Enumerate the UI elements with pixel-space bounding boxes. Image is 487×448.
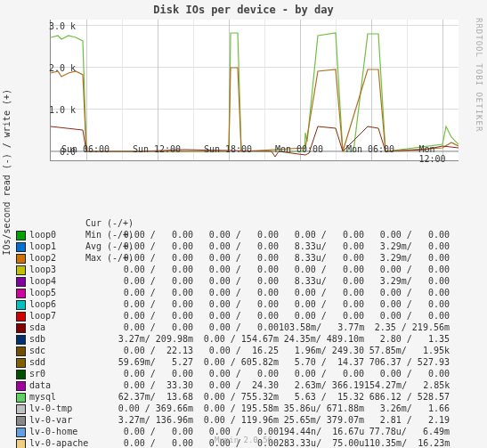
swatch-icon xyxy=(16,381,26,391)
series-name: loop4 xyxy=(29,275,108,287)
cur-val: 0.00 / 0.00 xyxy=(108,252,193,264)
min-val: 0.00 / 0.00 xyxy=(193,252,279,264)
series-name: sdb xyxy=(29,333,108,345)
legend-row: lv-0-tmp0.00 / 369.66m0.00 / 195.58m35.8… xyxy=(16,403,450,414)
max-val: 2.35 / 219.56m xyxy=(364,322,450,333)
xtick: Sun 12:00 xyxy=(133,144,181,154)
series-name: loop1 xyxy=(29,240,108,252)
cur-val: 3.27m/ 209.98m xyxy=(108,333,193,345)
swatch-icon xyxy=(16,416,26,426)
min-val: 0.00 / 0.00 xyxy=(193,310,279,322)
avg-val: 8.33u/ 0.00 xyxy=(279,252,364,264)
avg-val: 8.33u/ 0.00 xyxy=(279,275,364,287)
legend-row: loop30.00 / 0.000.00 / 0.000.00 / 0.000.… xyxy=(16,264,450,275)
cur-val: 0.00 / 0.00 xyxy=(108,240,193,252)
series-name: mysql xyxy=(29,391,108,403)
min-val: 0.00 / 119.96m xyxy=(193,414,279,426)
legend-row: loop10.00 / 0.000.00 / 0.008.33u/ 0.003.… xyxy=(16,240,450,252)
legend-table: Cur (-/+) Min (-/+) Avg (-/+) Max (-/+) … xyxy=(16,171,450,448)
swatch-icon xyxy=(16,265,26,275)
xtick: Mon 00:00 xyxy=(275,144,323,154)
col-header: Cur (-/+) xyxy=(48,217,134,229)
cur-val: 0.00 / 0.00 xyxy=(108,368,193,379)
series-name: loop6 xyxy=(29,298,108,310)
cur-val: 0.00 / 0.00 xyxy=(108,298,193,310)
min-val: 0.00 / 0.00 xyxy=(193,298,279,310)
swatch-icon xyxy=(16,312,26,322)
series-name: loop2 xyxy=(29,252,108,264)
max-val: 706.37 / 527.93 xyxy=(364,356,450,368)
cur-val: 0.00 / 0.00 xyxy=(108,322,193,333)
footer-credit: Munin 2.0.56 xyxy=(0,436,487,444)
xtick: Mon 06:00 xyxy=(346,144,394,154)
min-val: 0.00 / 24.30 xyxy=(193,379,279,391)
avg-val: 0.00 / 0.00 xyxy=(279,310,364,322)
max-val: 0.00 / 0.00 xyxy=(364,310,450,322)
max-val: 57.85m/ 1.95k xyxy=(364,345,450,356)
legend-row: sdc0.00 / 22.130.00 / 16.251.96m/ 249.30… xyxy=(16,345,450,356)
chart-title: Disk IOs per device - by day xyxy=(0,0,487,16)
avg-val: 5.63 / 15.32 xyxy=(279,391,364,403)
min-val: 0.00 / 195.58m xyxy=(193,403,279,414)
swatch-icon xyxy=(16,358,26,368)
series-name: sr0 xyxy=(29,368,108,379)
swatch-icon xyxy=(16,346,26,356)
swatch-icon xyxy=(16,370,26,379)
ytick: 3.0 k xyxy=(49,21,76,31)
ytick: 2.0 k xyxy=(49,63,76,73)
legend-row: loop50.00 / 0.000.00 / 0.000.00 / 0.000.… xyxy=(16,287,450,298)
min-val: 0.00 / 755.32m xyxy=(193,391,279,403)
rrdtool-watermark: RRDTOOL TOBI OETIKER xyxy=(475,18,483,132)
legend-row: sdb3.27m/ 209.98m0.00 / 154.67m24.35m/ 4… xyxy=(16,333,450,345)
cur-val: 3.27m/ 136.96m xyxy=(108,414,193,426)
avg-val: 8.33u/ 0.00 xyxy=(279,240,364,252)
swatch-icon xyxy=(16,323,26,333)
cur-val: 0.00 / 0.00 xyxy=(108,264,193,275)
avg-val: 25.65m/ 379.07m xyxy=(279,414,364,426)
legend-row: loop40.00 / 0.000.00 / 0.008.33u/ 0.003.… xyxy=(16,275,450,287)
series-name: sdc xyxy=(29,345,108,356)
series-name: lv-0-var xyxy=(29,414,108,426)
y-axis-label: IOs/second read (-) / write (+) xyxy=(2,89,12,256)
swatch-icon xyxy=(16,335,26,345)
avg-val: 103.58m/ 3.77m xyxy=(279,322,364,333)
min-val: 0.00 / 154.67m xyxy=(193,333,279,345)
max-val: 0.00 / 0.00 xyxy=(364,264,450,275)
legend-row: sdd59.69m/ 5.270.00 / 605.82m5.70 / 14.3… xyxy=(16,356,450,368)
min-val: 0.00 / 16.25 xyxy=(193,345,279,356)
min-val: 0.00 / 0.00 xyxy=(193,229,279,240)
cur-val: 0.00 / 33.30 xyxy=(108,379,193,391)
series-name: loop0 xyxy=(29,229,108,240)
max-val: 2.80 / 1.35 xyxy=(364,333,450,345)
min-val: 0.00 / 0.00 xyxy=(193,322,279,333)
avg-val: 0.00 / 0.00 xyxy=(279,287,364,298)
max-val: 3.26m/ 1.66 xyxy=(364,403,450,414)
min-val: 0.00 / 0.00 xyxy=(193,240,279,252)
legend-row: data0.00 / 33.300.00 / 24.302.63m/ 366.1… xyxy=(16,379,450,391)
swatch-icon xyxy=(16,289,26,298)
swatch-icon xyxy=(16,231,26,240)
legend-row: lv-0-var3.27m/ 136.96m0.00 / 119.96m25.6… xyxy=(16,414,450,426)
legend-row: loop00.00 / 0.000.00 / 0.000.00 / 0.000.… xyxy=(16,229,450,240)
swatch-icon xyxy=(16,300,26,310)
swatch-icon xyxy=(16,404,26,414)
avg-val: 1.96m/ 249.30 xyxy=(279,345,364,356)
swatch-icon xyxy=(16,393,26,403)
series-name: sda xyxy=(29,322,108,333)
cur-val: 0.00 / 0.00 xyxy=(108,287,193,298)
avg-val: 0.00 / 0.00 xyxy=(279,264,364,275)
series-name: sdd xyxy=(29,356,108,368)
max-val: 0.00 / 0.00 xyxy=(364,287,450,298)
cur-val: 59.69m/ 5.27 xyxy=(108,356,193,368)
max-val: 0.00 / 0.00 xyxy=(364,298,450,310)
avg-val: 0.00 / 0.00 xyxy=(279,368,364,379)
series-name: lv-0-tmp xyxy=(29,403,108,414)
min-val: 0.00 / 0.00 xyxy=(193,275,279,287)
legend-row: sda0.00 / 0.000.00 / 0.00103.58m/ 3.77m2… xyxy=(16,322,450,333)
series-name: data xyxy=(29,379,108,391)
plot-area xyxy=(50,20,459,161)
legend-row: sr00.00 / 0.000.00 / 0.000.00 / 0.000.00… xyxy=(16,368,450,379)
avg-val: 0.00 / 0.00 xyxy=(279,229,364,240)
swatch-icon xyxy=(16,242,26,252)
legend-row: loop70.00 / 0.000.00 / 0.000.00 / 0.000.… xyxy=(16,310,450,322)
